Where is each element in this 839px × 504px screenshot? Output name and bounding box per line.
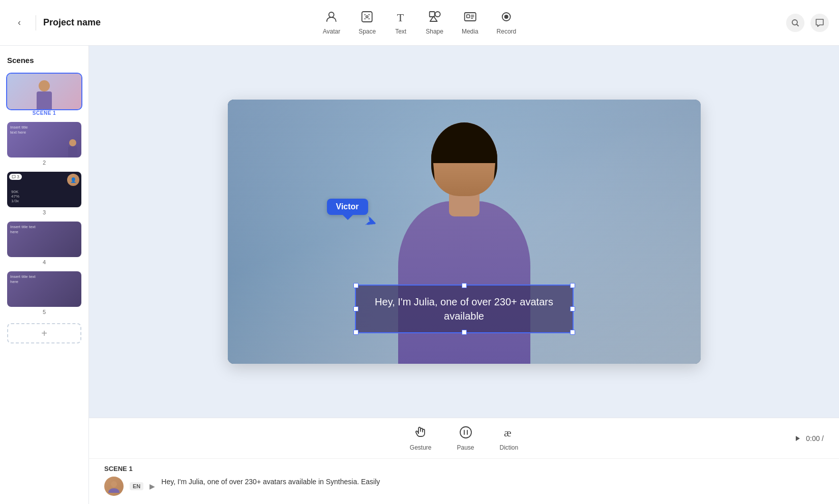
scene-3-comment-badge: 3 [9,174,22,180]
shape-icon [428,10,441,25]
text-overlay[interactable]: Hey, I'm Julia, one of over 230+ avatars… [355,285,574,333]
scene-3-number: 3 [7,209,81,215]
add-scene-icon: + [41,328,47,339]
diction-button[interactable]: æ Diction [500,425,519,451]
sidebar-title: Scenes [7,56,81,65]
text-icon: T [394,10,407,25]
nav-divider [36,15,36,30]
scene-4-number: 4 [7,259,81,265]
svg-rect-7 [466,15,469,18]
search-button[interactable] [786,14,804,32]
nav-right [786,14,829,32]
space-icon [361,10,374,25]
nav-tool-shape[interactable]: Shape [426,10,443,35]
play-time: 0:00 / [793,434,824,443]
nav-tool-record[interactable]: Record [497,10,517,35]
scene-1-label: SCENE 1 [7,110,81,116]
avatar-icon [325,10,338,25]
svg-point-0 [329,12,334,17]
canvas-wrapper: Victor ⮜ Hey, I'm Julia, one of over 230… [89,46,839,418]
handle-mr[interactable] [570,306,575,311]
scene-item-1[interactable]: SCENE 1 [7,74,81,116]
time-display: 0:00 / [806,434,824,443]
nav-tool-media[interactable]: Media [462,10,478,35]
top-nav: ‹ Project name Avatar Space [0,0,839,46]
script-avatar [104,477,124,496]
svg-rect-1 [362,12,372,22]
scene-5-thumb-text: Insert title texthere [10,274,36,285]
svg-text:T: T [397,11,404,23]
gesture-label: Gesture [410,444,432,451]
handle-tm[interactable] [462,283,467,288]
add-scene-button[interactable]: + [7,323,81,343]
nav-tools: Avatar Space T Text [323,10,517,35]
scene-5-number: 5 [7,309,81,315]
handle-tr[interactable] [570,283,575,288]
scene-item-2[interactable]: Insert titletext here 2 [7,122,81,166]
svg-text:æ: æ [504,426,512,439]
scene-3-stats: 90K 47% 1/3x [11,190,19,203]
svg-point-5 [435,12,440,17]
script-row: EN ▶ Hey, I'm Julia, one of over 230+ av… [104,477,824,496]
scene-item-4[interactable]: Insert title texthere 4 [7,222,81,265]
record-icon [500,10,513,25]
text-label: Text [395,28,406,35]
sidebar: Scenes SCENE 1 Insert titletext here [0,46,89,504]
play-icon [793,434,802,443]
gesture-icon [413,425,428,442]
nav-tool-space[interactable]: Space [358,10,376,35]
svg-point-14 [111,481,117,487]
handle-bm[interactable] [462,330,467,335]
back-button[interactable]: ‹ [10,14,28,32]
handle-bl[interactable] [353,330,358,335]
scene-script-label: SCENE 1 [104,459,824,477]
shape-label: Shape [426,28,443,35]
handle-br[interactable] [570,330,575,335]
media-icon [463,10,476,25]
victor-tooltip: Victor [327,199,368,215]
scene-4-thumb-text: Insert title texthere [10,225,36,235]
svg-point-2 [366,16,368,18]
scene-item-3[interactable]: 3 90K 47% 1/3x 👤 3 [7,172,81,215]
diction-icon: æ [502,425,516,442]
handle-ml[interactable] [353,306,358,311]
diction-label: Diction [500,444,519,451]
svg-point-11 [460,427,471,438]
pause-icon [459,425,473,442]
gesture-button[interactable]: Gesture [410,425,432,451]
pause-label: Pause [457,444,474,451]
main-layout: Scenes SCENE 1 Insert titletext here [0,46,839,504]
playback-toolbar: Gesture Pause æ [89,418,839,458]
nav-tool-avatar[interactable]: Avatar [323,10,340,35]
script-lang-badge: EN [130,482,143,490]
overlay-text: Hey, I'm Julia, one of over 230+ avatars… [375,296,553,322]
svg-point-9 [504,15,508,19]
project-name: Project name [43,17,101,28]
pause-button[interactable]: Pause [457,425,474,451]
svg-marker-13 [796,436,800,441]
bottom-panel: Gesture Pause æ [89,418,839,504]
script-expand-arrow[interactable]: ▶ [149,482,155,490]
scene-item-5[interactable]: Insert title texthere 5 [7,271,81,315]
script-text[interactable]: Hey, I'm Julia, one of over 230+ avatars… [161,477,824,487]
comment-button[interactable] [811,14,829,32]
media-label: Media [462,28,478,35]
canvas[interactable]: Victor ⮜ Hey, I'm Julia, one of over 230… [228,100,701,364]
scene-2-thumb-text: Insert titletext here [10,125,28,136]
record-label: Record [497,28,517,35]
space-label: Space [358,28,376,35]
avatar-label: Avatar [323,28,340,35]
handle-tl[interactable] [353,283,358,288]
scene-script-area: SCENE 1 EN ▶ Hey, I'm Julia, one of over… [89,458,839,504]
scene-2-number: 2 [7,160,81,166]
nav-tool-text[interactable]: T Text [394,10,407,35]
